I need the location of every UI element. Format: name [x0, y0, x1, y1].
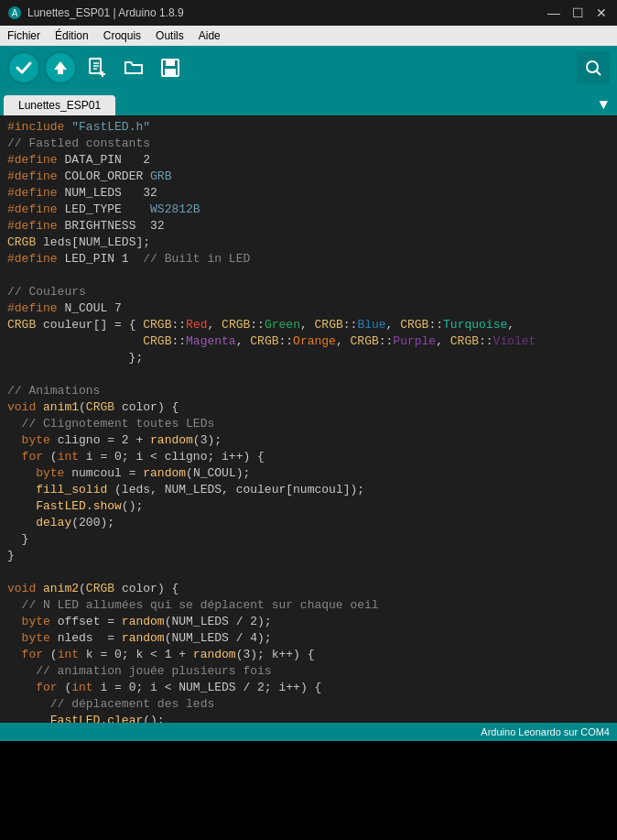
tab-bar: Lunettes_ESP01 ▼ [0, 90, 617, 115]
upload-icon [51, 59, 70, 77]
code-line-32: byte nleds = random(NUM_LEDS / 4); [7, 630, 610, 647]
title-text: Lunettes_ESP01 | Arduino 1.8.9 [27, 6, 184, 19]
code-line-17: // Animations [7, 383, 610, 399]
search-button[interactable] [577, 51, 610, 84]
code-line-36: // déplacement des leds [7, 696, 610, 713]
svg-text:A: A [12, 8, 18, 18]
svg-point-12 [587, 61, 598, 72]
code-line-3: #define DATA_PIN 2 [7, 152, 610, 169]
new-button[interactable] [81, 51, 114, 84]
code-line-14: CRGB::Magenta, CRGB::Orange, CRGB::Purpl… [7, 333, 610, 350]
code-line-6: #define LED_TYPE WS2812B [7, 202, 610, 218]
code-line-23: fill_solid (leds, NUM_LEDS, couleur[numc… [7, 482, 610, 498]
code-line-21: for (int i = 0; i < cligno; i++) { [7, 449, 610, 465]
code-line-12: #define N_COUL 7 [7, 300, 610, 317]
code-line-10 [7, 267, 610, 284]
code-line-19: // Clignotement toutes LEDs [7, 416, 610, 432]
code-line-26: } [7, 531, 610, 548]
editor-scroll[interactable]: #include "FastLED.h" // Fastled constant… [0, 115, 617, 723]
toolbar [0, 46, 617, 90]
status-text: Arduino Leonardo sur COM4 [481, 726, 610, 737]
code-line-25: delay(200); [7, 515, 610, 531]
code-line-27: } [7, 548, 610, 564]
upload-button[interactable] [44, 51, 77, 84]
code-line-22: byte numcoul = random(N_COUL); [7, 465, 610, 482]
svg-rect-11 [165, 69, 176, 75]
title-bar-left: A Lunettes_ESP01 | Arduino 1.8.9 [7, 5, 184, 20]
new-icon [86, 57, 108, 79]
code-line-33: for (int k = 0; k < 1 + random(3); k++) … [7, 647, 610, 663]
menu-croquis[interactable]: Croquis [103, 29, 141, 42]
editor-container: #include "FastLED.h" // Fastled constant… [0, 115, 617, 723]
verify-icon [15, 59, 33, 77]
tab-arrow[interactable]: ▼ [593, 97, 613, 115]
code-line-11: // Couleurs [7, 284, 610, 300]
code-line-7: #define BRIGHTNESS 32 [7, 218, 610, 235]
code-line-15: }; [7, 350, 610, 366]
menu-fichier[interactable]: Fichier [7, 29, 40, 42]
verify-button[interactable] [7, 51, 40, 84]
code-line-1: #include "FastLED.h" [7, 119, 610, 136]
code-line-29: void anim2(CRGB color) { [7, 581, 610, 597]
bottom-area [0, 741, 617, 840]
search-icon [584, 59, 602, 77]
save-button[interactable] [154, 51, 187, 84]
code-line-5: #define NUM_LEDS 32 [7, 185, 610, 202]
code-line-35: for (int i = 0; i < NUM_LEDS / 2; i++) { [7, 680, 610, 696]
save-icon [159, 57, 181, 79]
title-bar: A Lunettes_ESP01 | Arduino 1.8.9 — ☐ ✕ [0, 0, 617, 26]
code-line-9: #define LED_PIN 1 // Built in LED [7, 251, 610, 267]
maximize-button[interactable]: ☐ [569, 5, 586, 20]
menu-aide[interactable]: Aide [199, 29, 221, 42]
menu-outils[interactable]: Outils [156, 29, 184, 42]
code-line-34: // animation jouée plusieurs fois [7, 663, 610, 680]
code-area: #include "FastLED.h" // Fastled constant… [0, 115, 617, 723]
open-button[interactable] [117, 51, 150, 84]
arduino-icon: A [7, 5, 22, 20]
code-line-20: byte cligno = 2 + random(3); [7, 432, 610, 449]
toolbar-right [577, 51, 610, 84]
menu-edition[interactable]: Édition [55, 29, 89, 42]
minimize-button[interactable]: — [546, 5, 562, 20]
close-button[interactable]: ✕ [593, 5, 610, 20]
tab-lunettes-esp01[interactable]: Lunettes_ESP01 [4, 95, 115, 115]
title-controls: — ☐ ✕ [546, 5, 610, 20]
code-line-30: // N LED allumées qui se déplacent sur c… [7, 597, 610, 614]
code-line-28 [7, 564, 610, 581]
svg-marker-2 [54, 61, 67, 74]
code-line-13: CRGB couleur[] = { CRGB::Red, CRGB::Gree… [7, 317, 610, 333]
code-line-24: FastLED.show(); [7, 498, 610, 515]
code-line-4: #define COLOR_ORDER GRB [7, 169, 610, 185]
code-line-37: FastLED.clear(); [7, 713, 610, 723]
status-bar: Arduino Leonardo sur COM4 [0, 723, 617, 741]
code-line-31: byte offset = random(NUM_LEDS / 2); [7, 614, 610, 630]
svg-line-13 [597, 71, 601, 76]
code-line-18: void anim1(CRGB color) { [7, 399, 610, 416]
code-line-16 [7, 366, 610, 383]
svg-rect-10 [166, 60, 175, 66]
code-line-8: CRGB leds[NUM_LEDS]; [7, 235, 610, 251]
menu-bar: Fichier Édition Croquis Outils Aide [0, 26, 617, 46]
open-icon [123, 57, 145, 79]
code-line-2: // Fastled constants [7, 136, 610, 152]
